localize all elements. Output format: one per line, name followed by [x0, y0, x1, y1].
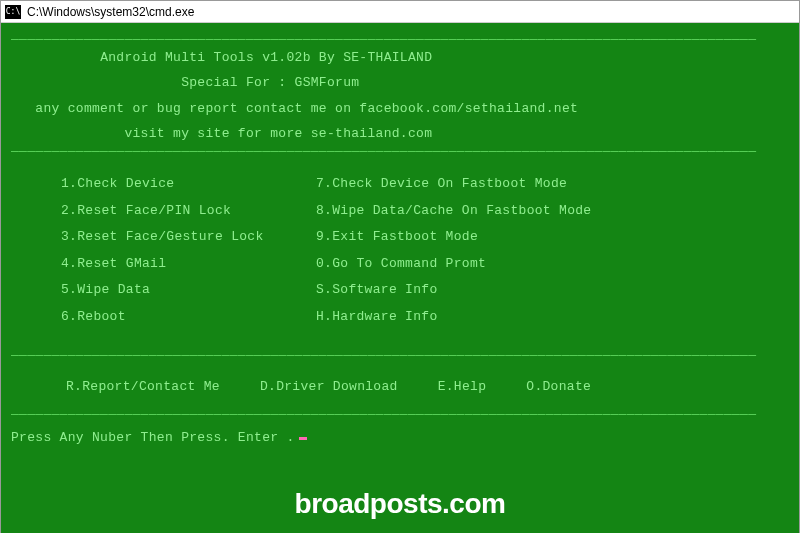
titlebar[interactable]: C:\ C:\Windows\system32\cmd.exe: [1, 1, 799, 23]
divider-bottom: ————————————————————————————————————————…: [11, 406, 789, 424]
menu-item-7: 7.Check Device On Fastboot Mode: [316, 175, 789, 193]
console-area[interactable]: ————————————————————————————————————————…: [1, 23, 799, 533]
header-special: Special For : GSMForum: [11, 74, 789, 92]
menu-item-donate: O.Donate: [526, 378, 591, 396]
cmd-icon: C:\: [5, 5, 21, 19]
menu-item-s: S.Software Info: [316, 281, 789, 299]
menu-item-0: 0.Go To Command Promt: [316, 255, 789, 273]
menu-row-2: 2.Reset Face/PIN Lock 8.Wipe Data/Cache …: [11, 202, 789, 220]
prompt-line: Press Any Nuber Then Press. Enter .: [11, 429, 789, 447]
titlebar-path: C:\Windows\system32\cmd.exe: [27, 5, 194, 19]
menu-item-help: E.Help: [438, 378, 487, 396]
bottom-menu: R.Report/Contact Me D.Driver Download E.…: [11, 378, 789, 396]
menu-row-6: 6.Reboot H.Hardware Info: [11, 308, 789, 326]
menu-item-2: 2.Reset Face/PIN Lock: [61, 202, 316, 220]
menu-row-5: 5.Wipe Data S.Software Info: [11, 281, 789, 299]
menu-item-9: 9.Exit Fastboot Mode: [316, 228, 789, 246]
menu-item-3: 3.Reset Face/Gesture Lock: [61, 228, 316, 246]
divider-top: ————————————————————————————————————————…: [11, 31, 789, 49]
menu-item-h: H.Hardware Info: [316, 308, 789, 326]
cmd-window: C:\ C:\Windows\system32\cmd.exe ————————…: [0, 0, 800, 533]
menu-item-report: R.Report/Contact Me: [66, 378, 220, 396]
divider-mid2: ————————————————————————————————————————…: [11, 347, 789, 365]
header-contact: any comment or bug report contact me on …: [11, 100, 789, 118]
menu-row-1: 1.Check Device 7.Check Device On Fastboo…: [11, 175, 789, 193]
menu-item-8: 8.Wipe Data/Cache On Fastboot Mode: [316, 202, 789, 220]
menu-row-3: 3.Reset Face/Gesture Lock 9.Exit Fastboo…: [11, 228, 789, 246]
cursor-icon: [299, 437, 307, 440]
menu-row-4: 4.Reset GMail 0.Go To Command Promt: [11, 255, 789, 273]
menu-item-4: 4.Reset GMail: [61, 255, 316, 273]
prompt-text: Press Any Nuber Then Press. Enter .: [11, 430, 295, 445]
header-title: Android Multi Tools v1.02b By SE-THAILAN…: [11, 49, 789, 67]
menu-item-1: 1.Check Device: [61, 175, 316, 193]
menu-item-driver: D.Driver Download: [260, 378, 398, 396]
header-site: visit my site for more se-thailand.com: [11, 125, 789, 143]
watermark: broadposts.com: [1, 485, 799, 523]
divider-mid1: ————————————————————————————————————————…: [11, 143, 789, 161]
menu-item-5: 5.Wipe Data: [61, 281, 316, 299]
menu-item-6: 6.Reboot: [61, 308, 316, 326]
